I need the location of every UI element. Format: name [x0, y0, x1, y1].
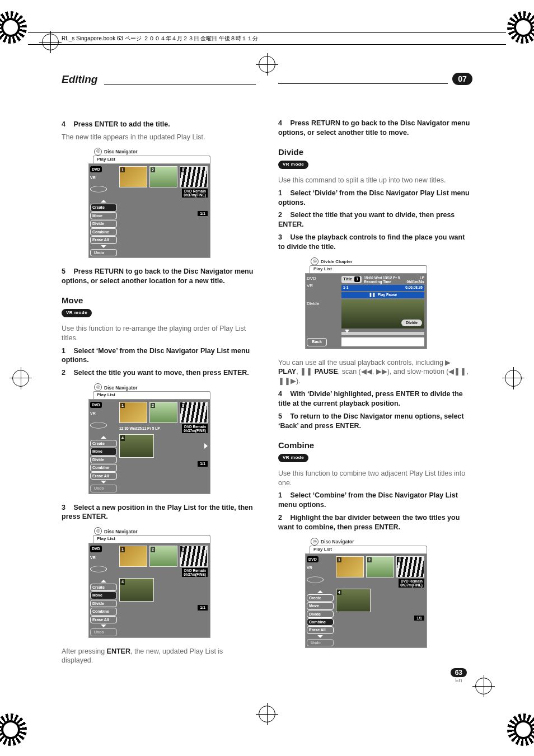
disc-icon	[307, 574, 324, 586]
divide-chapter-screenshot: ◎ Divide Chapter Play List DVD VR Divide…	[305, 257, 427, 349]
pause-icon: ❚❚	[300, 368, 312, 375]
move-heading: Move	[62, 295, 256, 306]
r-step-4: 4 Press RETURN to go back to the Disc Na…	[278, 119, 472, 138]
divide-heading: Divide	[278, 147, 472, 158]
chevron-right-icon	[204, 443, 208, 449]
move-after: After pressing ENTER, the new, updated P…	[62, 647, 256, 666]
thumbnail: 2	[149, 546, 177, 567]
dvd-remain: DVD Remain 0h37m(FINE)	[182, 568, 208, 577]
thumbnail: 1	[336, 556, 364, 577]
thumbnail-selected: 4	[119, 434, 154, 458]
divide-note: You can use all the usual playback contr…	[278, 358, 472, 387]
left-column: Editing 4 Press ENTER to add the title. …	[62, 73, 256, 711]
disc-navigator-icon: ◎	[94, 148, 102, 156]
section-title: Editing	[62, 72, 104, 87]
undo-button: Undo	[90, 249, 117, 256]
back-button: Back	[307, 338, 327, 346]
status-bar: 1-1 0.00.08.26	[341, 285, 424, 291]
vr-mode-badge: VR mode	[62, 309, 92, 317]
thumbnail-selected: 4	[336, 589, 371, 612]
thumbnail: 3	[180, 402, 208, 423]
page: RL_s Singapore.book 63 ページ ２００４年４月２３日 金曜…	[0, 0, 534, 756]
preview-screen: Divide	[341, 299, 424, 328]
disc-navigator-screenshot: ◎ Disc Navigator Play List DVD VR Create…	[88, 527, 210, 637]
thumbnail: 2	[149, 166, 177, 187]
side-divide: Divide	[307, 301, 338, 307]
undo-button: Undo	[90, 485, 117, 492]
divide-step-1: 1 Select ‘Divide’ from the Disc Navigato…	[278, 189, 472, 208]
disc-navigator-icon: ◎	[311, 257, 318, 265]
dvd-remain: DVD Remain 0h37m(FINE)	[399, 579, 424, 588]
play-list-tab: Play List	[93, 535, 210, 543]
step-5: 5 Press RETURN to go back to the Disc Na…	[62, 267, 256, 286]
divide-step-5: 5 To return to the Disc Navigator menu o…	[278, 412, 472, 431]
undo-button: Undo	[307, 639, 334, 646]
registration-mark-icon	[0, 713, 27, 746]
dvd-remain: DVD Remain 0h37m(FINE)	[182, 189, 208, 198]
disc-icon	[90, 183, 107, 195]
content-area: Editing 4 Press ENTER to add the title. …	[62, 73, 472, 711]
section-bar-right: 07	[278, 73, 472, 85]
menu-up-icon	[101, 436, 106, 439]
menu-up-icon	[101, 200, 106, 203]
step-4-subtext: The new title appears in the updated Pla…	[62, 133, 256, 142]
move-intro: Use this function to re-arrange the play…	[62, 324, 256, 343]
thumbnail: 2	[149, 402, 177, 423]
registration-mark-icon	[507, 713, 534, 746]
disc-navigator-icon: ◎	[94, 383, 102, 391]
dvd-remain: DVD Remain 0h37m(FINE)	[182, 424, 208, 433]
play-icon: ▶	[445, 359, 451, 367]
menu-divide: Divide	[90, 220, 117, 227]
file-header-text: RL_s Singapore.book 63 ページ ２００４年４月２３日 金曜…	[62, 35, 258, 43]
page-number-lang: En	[455, 677, 462, 683]
move-step-2: 2 Select the title you want to move, the…	[62, 368, 256, 378]
combine-step-2: 2 Highlight the bar divider between the …	[278, 513, 472, 532]
play-pause-bar: ❚❚ Play Pause	[341, 292, 424, 298]
divide-step-3: 3 Use the playback controls to find the …	[278, 233, 472, 252]
right-column: 07 4 Press RETURN to go back to the Disc…	[278, 73, 472, 711]
move-step-3: 3 Select a new position in the Play List…	[62, 503, 256, 522]
menu-combine: Combine	[90, 228, 117, 236]
crop-mark-icon	[259, 56, 275, 73]
page-indicator: 1/1	[414, 616, 424, 621]
crop-mark-icon	[475, 678, 492, 694]
disc-icon	[90, 563, 107, 575]
detail-line: 12:30 Wed15/11 Pr 5 LP	[119, 426, 160, 431]
dvd-badge: DVD	[90, 166, 102, 172]
disc-icon	[90, 419, 107, 431]
divide-intro: Use this command to split a title up int…	[278, 176, 472, 185]
page-number-value: 63	[451, 668, 467, 677]
registration-mark-icon	[507, 11, 534, 44]
menu-move: Move	[90, 212, 117, 219]
play-list-tab: Play List	[310, 546, 427, 553]
crop-mark-icon	[42, 34, 59, 50]
title-chip: Title 1	[341, 276, 362, 283]
menu-down-icon	[101, 245, 106, 248]
menu-erase-all: Erase All	[90, 236, 117, 243]
disc-navigator-screenshot: ◎ Disc Navigator Play List DVD VR Create…	[88, 148, 210, 258]
play-list-tab: Play List	[93, 156, 210, 163]
thumbnail: 1	[119, 166, 147, 187]
vr-label: VR	[90, 175, 117, 180]
move-step-1: 1 Select ‘Move’ from the Disc Navigator …	[62, 346, 256, 365]
chapter-badge: 07	[452, 73, 472, 85]
disc-navigator-title: Disc Navigator	[104, 149, 138, 155]
menu-down-icon	[101, 481, 106, 483]
combine-heading: Combine	[278, 440, 472, 451]
vr-mode-badge: VR mode	[278, 454, 308, 462]
thumbnail: 1	[119, 546, 147, 567]
thumbnail: 2	[366, 556, 394, 577]
framemaker-header: RL_s Singapore.book 63 ページ ２００４年４月２３日 金曜…	[62, 32, 472, 45]
page-indicator: 1/1	[198, 605, 208, 610]
thumbnail-selected: 4	[119, 578, 154, 602]
thumbnail: 1	[119, 402, 147, 423]
disc-navigator-icon: ◎	[311, 538, 318, 546]
registration-mark-icon	[0, 11, 27, 44]
combine-intro: Use this function to combine two adjacen…	[278, 469, 472, 488]
play-list-tab: Play List	[93, 391, 210, 399]
crop-mark-icon	[12, 370, 29, 387]
crop-mark-icon	[505, 370, 522, 387]
vr-mode-badge: VR mode	[278, 161, 308, 169]
page-indicator: 1/1	[198, 461, 208, 466]
page-number: 63 En	[451, 668, 467, 683]
